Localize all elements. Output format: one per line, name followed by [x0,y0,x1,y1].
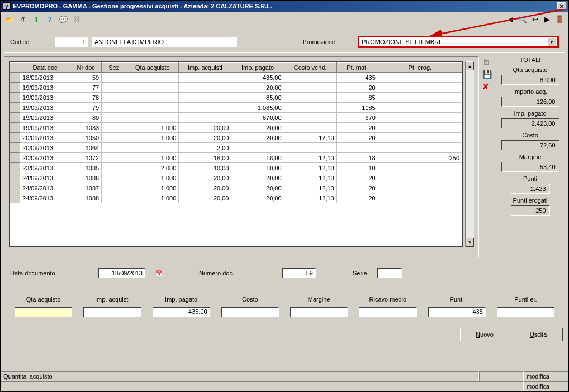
nuovo-button[interactable]: Nuovo [460,328,509,341]
close-icon[interactable]: ✕ [557,2,566,10]
table-row[interactable]: 19/09/20137885,0085 [10,93,462,103]
table-row[interactable]: 20/09/201310501,00020,0020,0012,1020 [10,133,462,143]
input-label: Margine [308,296,330,303]
num-doc-label: Numero doc. [199,270,234,276]
table-row[interactable]: 24/09/201310871,00020,0020,0012,1020 [10,183,462,193]
total-imp-acq: 126,00 [501,97,559,107]
input-label: Imp. acquisti [95,296,130,303]
detail-panel: Data documento 18/09/2013 📅 Numero doc. … [4,261,565,285]
table-row[interactable]: 24/09/201310881,00020,0020,0012,1020 [10,193,462,203]
save-icon[interactable]: 💾 [482,70,492,79]
table-row[interactable]: 19/09/20137720,0020 [10,83,462,93]
input-label: Punti [450,296,464,303]
total-qta: 8,000 [501,75,559,85]
column-header[interactable]: Nr doc [70,63,102,73]
search-icon[interactable]: 🔍 [517,14,528,25]
data-grid[interactable]: Data docNr docSezQta acquistoImp. acquis… [9,61,463,247]
promozione-label: Promozione [302,39,335,45]
num-doc-field[interactable]: 59 [282,268,316,278]
column-header[interactable]: Imp. acquisti [179,63,231,73]
chevron-down-icon[interactable]: ▼ [547,37,556,46]
print-icon[interactable]: 🖨 [17,14,29,25]
table-row[interactable]: 23/09/201310852,00010,0010,0012,1010 [10,163,462,173]
data-doc-label: Data documento [10,270,88,276]
table-row[interactable]: 24/09/201310861,00020,0020,0012,1020 [10,173,462,183]
exit-icon[interactable]: 🚪 [554,14,565,25]
info-icon[interactable]: 💬 [58,14,69,25]
input-field-ricavo-medio[interactable] [359,307,416,317]
table-row[interactable]: 19/09/2013791.085,001085 [10,103,462,113]
column-header[interactable]: Pt. mat. [336,63,378,73]
codice-label: Codice [10,39,55,45]
input-label: Imp. pagato [165,296,197,303]
input-field-qta-acquisto[interactable] [15,307,72,317]
table-row[interactable]: 20/09/20131064-2,00 [10,143,462,153]
inputs-panel: Qta acquistoImp. acquistiImp. pagato435,… [4,289,565,324]
totals-panel: TOTALI Qta acquisto 8,000 Importo acq. 1… [495,56,565,257]
scrollbar[interactable]: ▲ ▼ [465,61,474,247]
button-bar: Nuovo Uscita [6,328,563,341]
promozione-combo[interactable]: PROMOZIONE SETTEMBRE ▼ [358,36,559,48]
total-costo: 72,60 [501,140,559,150]
help-icon[interactable]: ? [44,14,55,25]
new-row-icon[interactable]: 🗎 [482,58,492,66]
header-panel: Codice 1 ANTONELLA D'IMPERIO Promozione … [4,31,565,53]
uscita-button[interactable]: Uscita [514,328,563,341]
status-r1: modifica [524,371,568,381]
table-row[interactable]: 18/09/201359435,00435 [10,73,462,83]
statusbar: Quantita' acquisto modifica modifica [1,371,568,391]
totals-title: TOTALI [495,56,565,63]
scroll-down-icon[interactable]: ▼ [466,238,474,247]
input-label: Ricavo medio [369,296,407,303]
calendar-icon[interactable]: 📅 [155,270,162,276]
column-header[interactable]: Imp. pagato [231,63,284,73]
table-row[interactable]: 19/09/201380670,00670 [10,113,462,123]
link-icon[interactable]: ⛓ [71,14,82,25]
grid-actions: 🗎 💾 ✘ [482,56,492,257]
column-header[interactable]: Data doc [20,63,70,73]
app-icon: γ [3,2,11,10]
nav-left-icon[interactable]: ◀ [505,14,516,25]
history-icon[interactable]: ↩ [529,14,540,25]
column-header[interactable]: Costo vend. [284,63,336,73]
table-row[interactable]: 19/09/201310331,00020,0020,0020 [10,123,462,133]
promozione-value: PROMOZIONE SETTEMBRE [362,39,443,45]
table-row[interactable]: 20/09/201310721,00018,0018,0012,1018250 [10,153,462,163]
status-r2: modifica [524,381,568,391]
column-header[interactable]: Pt. erog. [378,63,462,73]
nav-right-icon[interactable]: ▶ [542,14,553,25]
total-punti-erog: 250 [511,205,550,216]
input-field-imp-pagato[interactable]: 435,00 [153,307,210,317]
window-title: EVPROMOPRO - GAMMA - Gestione progressiv… [13,3,272,9]
open-icon[interactable]: 📂 [4,14,15,25]
toolbar: 📂 🖨 ⬆ ? 💬 ⛓ ◀ 🔍 ↩ ▶ 🚪 [1,12,568,27]
input-label: Qta acquisto [26,296,61,303]
input-field-costo[interactable] [221,307,279,317]
column-header[interactable]: Qta acquisto [126,63,179,73]
codice-desc-field[interactable]: ANTONELLA D'IMPERIO [92,37,237,47]
serie-field[interactable] [377,268,402,278]
input-label: Punti er. [514,296,537,303]
input-field-margine[interactable] [290,307,348,317]
total-imp-pag: 2.423,00 [501,118,559,128]
total-margine: 53,40 [501,162,559,172]
input-field-punti-er-[interactable] [497,307,554,317]
input-field-imp-acquisti[interactable] [83,307,141,317]
total-punti: 2.423 [511,184,550,194]
column-header[interactable]: Sez [102,63,126,73]
status-left: Quantita' acquisto [1,371,479,381]
titlebar: γ EVPROMOPRO - GAMMA - Gestione progress… [1,1,568,12]
serie-label: Serie [353,270,367,276]
input-label: Costo [242,296,258,303]
input-field-punti[interactable]: 435 [428,307,486,317]
grid-panel: Data docNr docSezQta acquistoImp. acquis… [4,56,479,257]
codice-field[interactable]: 1 [55,37,88,47]
data-doc-field[interactable]: 18/09/2013 [98,268,145,278]
export-icon[interactable]: ⬆ [31,14,42,25]
delete-icon[interactable]: ✘ [482,82,492,91]
scroll-up-icon[interactable]: ▲ [466,61,474,70]
